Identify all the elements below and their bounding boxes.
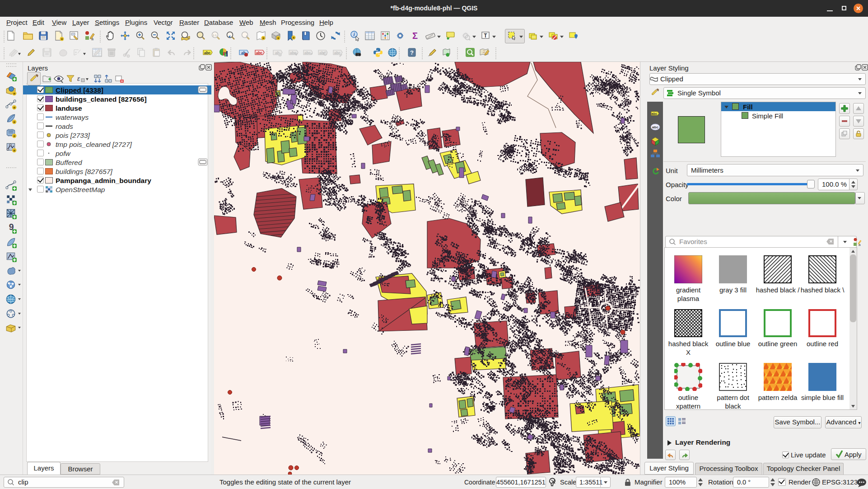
svg-text:ε: ε	[77, 75, 80, 82]
svg-text:★: ★	[13, 105, 16, 110]
svg-text:a: a	[859, 243, 861, 246]
svg-text:abc: abc	[652, 125, 658, 129]
svg-text:abc: abc	[319, 51, 326, 55]
svg-text:?: ?	[410, 49, 414, 56]
svg-text:abc: abc	[652, 112, 658, 116]
svg-text:★: ★	[13, 134, 16, 138]
svg-text:a: a	[91, 37, 93, 41]
svg-text:★: ★	[13, 120, 16, 124]
svg-text:1:1: 1:1	[213, 34, 217, 37]
svg-text:abc: abc	[290, 51, 297, 55]
svg-text:★: ★	[261, 36, 265, 40]
svg-text:T: T	[484, 33, 487, 39]
svg-text:Σ: Σ	[412, 31, 418, 41]
svg-text:abc: abc	[204, 51, 211, 55]
svg-text:★: ★	[292, 36, 295, 40]
svg-text:★: ★	[13, 148, 16, 153]
svg-text:★: ★	[60, 37, 63, 41]
svg-text:abc: abc	[256, 51, 263, 55]
svg-text:★: ★	[276, 36, 280, 40]
svg-text:abc: abc	[304, 51, 311, 55]
svg-text:★: ★	[13, 91, 16, 96]
svg-text:abc: abc	[334, 51, 341, 55]
